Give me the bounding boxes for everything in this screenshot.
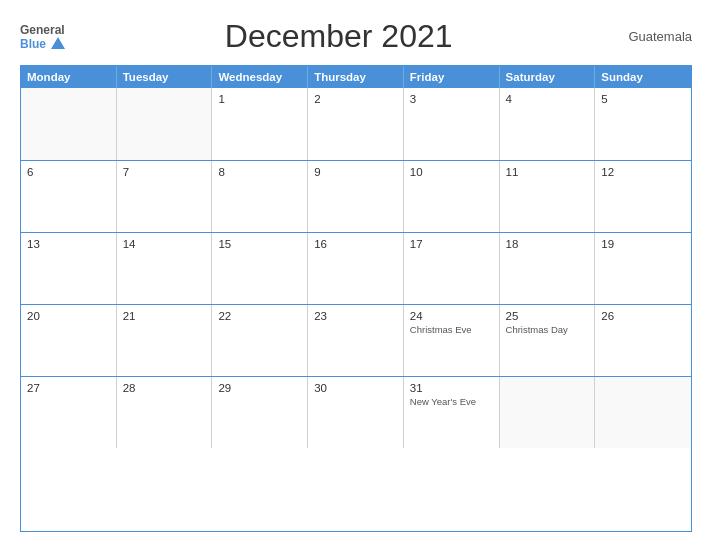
day-number: 4: [506, 93, 589, 105]
day-number: 31: [410, 382, 493, 394]
day-cell-1-4: 10: [404, 161, 500, 232]
day-cell-0-0: [21, 88, 117, 160]
day-number: 27: [27, 382, 110, 394]
calendar-header-row: Monday Tuesday Wednesday Thursday Friday…: [21, 66, 691, 88]
day-number: 23: [314, 310, 397, 322]
day-cell-3-1: 21: [117, 305, 213, 376]
holiday-label: New Year's Eve: [410, 396, 493, 407]
day-number: 24: [410, 310, 493, 322]
day-number: 19: [601, 238, 685, 250]
holiday-label: Christmas Day: [506, 324, 589, 335]
day-cell-0-5: 4: [500, 88, 596, 160]
day-number: 8: [218, 166, 301, 178]
day-number: 26: [601, 310, 685, 322]
day-cell-3-5: 25Christmas Day: [500, 305, 596, 376]
day-cell-3-0: 20: [21, 305, 117, 376]
day-number: 20: [27, 310, 110, 322]
day-cell-2-4: 17: [404, 233, 500, 304]
day-number: 9: [314, 166, 397, 178]
country-label: Guatemala: [612, 29, 692, 44]
day-number: 12: [601, 166, 685, 178]
day-cell-0-6: 5: [595, 88, 691, 160]
day-cell-2-5: 18: [500, 233, 596, 304]
week-row-4: 2021222324Christmas Eve25Christmas Day26: [21, 304, 691, 376]
col-sunday: Sunday: [595, 66, 691, 88]
day-cell-0-4: 3: [404, 88, 500, 160]
week-row-3: 13141516171819: [21, 232, 691, 304]
day-number: 3: [410, 93, 493, 105]
day-cell-4-4: 31New Year's Eve: [404, 377, 500, 448]
day-cell-3-6: 26: [595, 305, 691, 376]
month-title: December 2021: [65, 18, 612, 55]
col-monday: Monday: [21, 66, 117, 88]
day-number: 14: [123, 238, 206, 250]
day-number: 16: [314, 238, 397, 250]
logo-general: General: [20, 23, 65, 37]
day-number: 15: [218, 238, 301, 250]
day-number: 13: [27, 238, 110, 250]
day-cell-1-2: 8: [212, 161, 308, 232]
calendar-body: 123456789101112131415161718192021222324C…: [21, 88, 691, 448]
day-number: 22: [218, 310, 301, 322]
day-cell-1-3: 9: [308, 161, 404, 232]
col-saturday: Saturday: [500, 66, 596, 88]
calendar-grid: Monday Tuesday Wednesday Thursday Friday…: [20, 65, 692, 532]
header: General Blue December 2021 Guatemala: [20, 18, 692, 55]
day-number: 25: [506, 310, 589, 322]
day-number: 2: [314, 93, 397, 105]
logo-blue: Blue: [20, 37, 65, 51]
day-cell-2-2: 15: [212, 233, 308, 304]
logo-triangle-icon: [51, 37, 65, 49]
day-cell-4-6: [595, 377, 691, 448]
day-cell-4-0: 27: [21, 377, 117, 448]
day-number: 7: [123, 166, 206, 178]
day-cell-0-1: [117, 88, 213, 160]
day-cell-1-1: 7: [117, 161, 213, 232]
day-cell-2-6: 19: [595, 233, 691, 304]
day-cell-4-2: 29: [212, 377, 308, 448]
col-friday: Friday: [404, 66, 500, 88]
day-cell-4-3: 30: [308, 377, 404, 448]
day-number: 17: [410, 238, 493, 250]
day-number: 5: [601, 93, 685, 105]
day-cell-0-3: 2: [308, 88, 404, 160]
day-cell-3-3: 23: [308, 305, 404, 376]
day-cell-1-6: 12: [595, 161, 691, 232]
logo: General Blue: [20, 23, 65, 51]
calendar-page: General Blue December 2021 Guatemala Mon…: [0, 0, 712, 550]
logo-text: General Blue: [20, 23, 65, 51]
day-cell-0-2: 1: [212, 88, 308, 160]
day-cell-3-2: 22: [212, 305, 308, 376]
day-number: 28: [123, 382, 206, 394]
col-thursday: Thursday: [308, 66, 404, 88]
col-wednesday: Wednesday: [212, 66, 308, 88]
day-cell-4-5: [500, 377, 596, 448]
day-cell-3-4: 24Christmas Eve: [404, 305, 500, 376]
day-number: 21: [123, 310, 206, 322]
day-number: 6: [27, 166, 110, 178]
day-number: 10: [410, 166, 493, 178]
col-tuesday: Tuesday: [117, 66, 213, 88]
week-row-5: 2728293031New Year's Eve: [21, 376, 691, 448]
day-cell-4-1: 28: [117, 377, 213, 448]
day-number: 11: [506, 166, 589, 178]
holiday-label: Christmas Eve: [410, 324, 493, 335]
day-cell-2-3: 16: [308, 233, 404, 304]
week-row-2: 6789101112: [21, 160, 691, 232]
day-number: 1: [218, 93, 301, 105]
week-row-1: 12345: [21, 88, 691, 160]
day-cell-2-0: 13: [21, 233, 117, 304]
day-cell-2-1: 14: [117, 233, 213, 304]
day-cell-1-0: 6: [21, 161, 117, 232]
day-number: 18: [506, 238, 589, 250]
day-number: 30: [314, 382, 397, 394]
day-number: 29: [218, 382, 301, 394]
day-cell-1-5: 11: [500, 161, 596, 232]
